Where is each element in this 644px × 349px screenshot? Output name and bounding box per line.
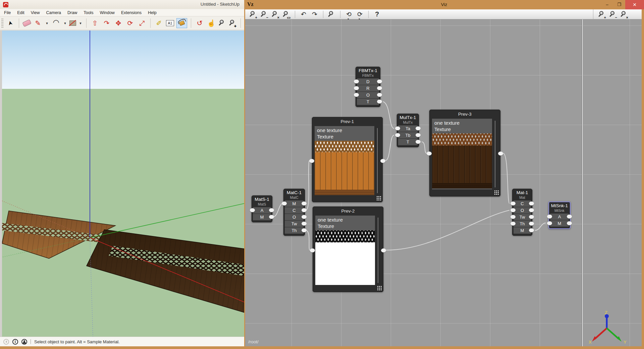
output-port-Mat-1-Tw[interactable] [529,215,534,219]
input-port-MatS-1-A[interactable] [250,208,255,212]
rotate-tool[interactable]: ⟳ [125,18,135,28]
output-port-FBMTx-1-O[interactable] [377,93,382,97]
input-port-FBMTx-1-O[interactable] [354,93,359,97]
input-port-Prev-1[interactable] [309,159,314,163]
account-icon[interactable] [21,339,27,345]
input-port-MtSnk-1-M[interactable] [547,221,552,225]
node-MatS-1[interactable]: MatS-1MatSAM [252,195,272,222]
output-port-MatC-1-C[interactable] [302,208,307,212]
zoom-in-icon[interactable]: + [249,10,257,18]
node-row-A[interactable]: A [550,214,569,220]
node-MulTx-1[interactable]: MulTx-1MulTxTaTbT [397,114,419,147]
eraser-tool[interactable] [22,19,32,27]
pan-tool[interactable]: ☝ [207,18,216,28]
node-FBMTx-1[interactable]: FBMTx-1FBMTxDROT [356,67,380,107]
output-port-MatC-1-Tw[interactable] [302,222,307,226]
node-row-O[interactable]: O [357,92,379,98]
preview-node-Prev-2[interactable]: Prev-2one textureTexture [313,207,383,292]
node-row-A[interactable]: A [253,207,271,214]
node-row-Tw[interactable]: Tw [514,214,531,220]
zoom-extents-tool[interactable]: ✦ [229,19,237,27]
input-port-MatC-1-M[interactable] [282,201,287,206]
output-port-Prev-1[interactable] [380,159,385,163]
output-port-Prev-2[interactable] [381,248,386,252]
input-port-MtSnk-1-A[interactable] [547,215,552,219]
maximize-button[interactable]: ❐ [613,0,625,9]
paint-bucket-tool[interactable] [176,18,187,28]
arc-tool[interactable]: ◠ [51,17,61,27]
sketchup-viewport[interactable] [0,31,244,337]
node-row-M[interactable]: M [514,227,531,234]
zoom-cancel-icon[interactable]: × [271,10,279,18]
menu-view[interactable]: View [31,10,40,15]
node-row-Th[interactable]: Th [285,227,304,234]
lightbulb-icon[interactable] [3,339,9,345]
text-tool[interactable]: A1 [166,20,174,26]
close-button[interactable]: ✕ [625,0,644,9]
output-port-MatS-1-M[interactable] [269,215,274,219]
node-row-C[interactable]: C [514,200,531,207]
output-port-Mat-1-M[interactable] [529,228,534,232]
input-port-Mat-1-Tw[interactable] [511,215,516,219]
menu-window[interactable]: Window [100,10,114,15]
node-graph-canvas[interactable]: /root/ FBMTx-1FBMTxDROTMulTx-1MulTxTaTbT… [245,19,582,346]
node-row-Th[interactable]: Th [514,221,531,227]
input-port-Prev-2[interactable] [310,248,315,252]
node-row-T[interactable]: T [357,99,379,105]
redo-icon[interactable]: ↷ [311,10,319,18]
panel-zoom-out-icon[interactable]: − [609,10,617,18]
zoom-out-icon[interactable]: − [260,10,268,18]
input-port-Mat-1-C[interactable] [511,201,516,206]
followme-tool[interactable]: ↷ [102,18,111,28]
output-port-Mat-1-O[interactable] [529,208,534,212]
node-row-O[interactable]: O [285,214,304,220]
update-all-icon[interactable]: ⟳▾ [356,10,364,18]
input-port-MulTx-1-Tb[interactable] [395,133,400,137]
resize-grip[interactable] [494,190,499,195]
menu-file[interactable]: File [4,10,11,15]
zoom-tool[interactable] [218,19,226,27]
output-port-MatC-1-M[interactable] [302,201,307,206]
output-port-Prev-3[interactable] [498,152,503,156]
input-port-Mat-1-O[interactable] [511,208,516,212]
input-port-FBMTx-1-D[interactable] [354,79,359,83]
node-row-Ta[interactable]: Ta [398,125,418,132]
node-row-C[interactable]: C [285,207,304,214]
output-port-FBMTx-1-D[interactable] [377,79,382,83]
node-row-M[interactable]: M [285,200,304,207]
node-row-D[interactable]: D [357,78,379,85]
minimize-button[interactable]: – [601,0,613,9]
output-port-MulTx-1-Tb[interactable] [416,133,421,137]
node-row-T[interactable]: T [398,139,418,145]
input-port-FBMTx-1-R[interactable] [354,86,359,90]
zoom-icon[interactable] [328,10,336,18]
orbit-tool[interactable]: ↺ [195,18,204,28]
node-row-O[interactable]: O [514,207,531,214]
panel-zoom-in-icon[interactable]: + [598,10,606,18]
viz-3d-panel[interactable]: Z X Y [583,19,642,346]
output-port-MatC-1-O[interactable] [302,215,307,219]
resize-grip[interactable] [376,195,381,200]
output-port-MatS-1-A[interactable] [269,208,274,212]
menu-tools[interactable]: Tools [84,10,93,15]
rectangle-tool-dropdown[interactable]: ▾ [78,18,83,28]
output-port-MtSnk-1-M[interactable] [567,221,572,225]
output-port-MtSnk-1-A[interactable] [567,215,572,219]
output-port-FBMTx-1-T[interactable] [377,100,382,104]
rectangle-tool[interactable] [69,20,76,26]
scale-tool[interactable]: ⤢ [137,18,147,28]
output-port-MulTx-1-Ta[interactable] [416,126,421,130]
node-row-M[interactable]: M [253,214,271,220]
menu-extensions[interactable]: Extensions [121,10,142,15]
line-tool[interactable]: ✎ [33,18,43,28]
menu-camera[interactable]: Camera [46,10,61,15]
panel-zoom-cancel-icon[interactable]: × [620,10,628,18]
node-row-M[interactable]: M [550,220,569,227]
undo-icon[interactable]: ↶ [300,10,308,18]
line-tool-dropdown[interactable]: ▾ [45,18,49,28]
output-port-MatC-1-Th[interactable] [302,228,307,232]
resize-grip[interactable] [377,285,382,290]
node-row-R[interactable]: R [357,85,379,92]
preview-node-Prev-3[interactable]: Prev-3one textureTexture [429,110,500,196]
input-port-MulTx-1-Ta[interactable] [395,126,400,130]
